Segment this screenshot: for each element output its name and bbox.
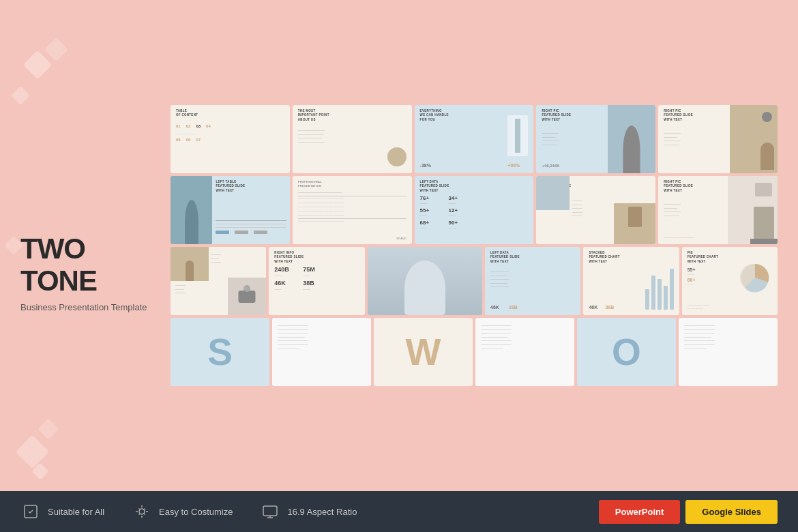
footer: Suitable for All Easy to Costumize 16 [0, 491, 798, 532]
product-subtitle: Business Presentation Template [20, 302, 157, 312]
slide-left-data[interactable]: LEFT DATAFEATURED SLIDEWITH TEXT 46K 38B… [485, 247, 580, 315]
footer-feature-aspect: 16.9 Aspect Ratio [260, 501, 357, 522]
slide-s[interactable]: S [171, 318, 269, 386]
slide-toc[interactable]: TABLEOF CONTENT 01020304 — — — — — — — —… [171, 105, 290, 173]
slide-left-table[interactable]: LEFT TABLEFEATURED SLIDEWITH TEXT [171, 176, 290, 244]
customize-icon [132, 501, 152, 522]
footer-buttons: PowerPoint Google Slides [599, 500, 778, 524]
slide-cup-camera[interactable]: ───────────────── ───────────────── [171, 247, 266, 315]
slide-text-3[interactable]: ────────────────── ────────────────── ──… [679, 318, 778, 386]
customize-label: Easy to Costumize [159, 507, 233, 517]
slide-important-point[interactable]: THE MOSTIMPORTANT POINTABOUT US ────────… [293, 105, 412, 173]
slides-row-3: ───────────────── ───────────────── RIGH… [171, 247, 778, 315]
google-slides-button[interactable]: Google Slides [685, 500, 778, 524]
footer-feature-customize: Easy to Costumize [132, 501, 233, 522]
slide-text-2[interactable]: ────────────────── ────────────────── ──… [475, 318, 574, 386]
aspect-ratio-label: 16.9 Aspect Ratio [287, 507, 357, 517]
slide-o[interactable]: O [577, 318, 676, 386]
slides-preview-grid: TABLEOF CONTENT 01020304 — — — — — — — —… [171, 105, 778, 386]
slide-right-pic-1[interactable]: RIGHT PICFEATURED SLIDEWITH TEXT ───────… [536, 105, 655, 173]
slide-right-pic-2[interactable]: RIGHT PICFEATURED SLIDEWITH TEXT ───────… [658, 105, 778, 173]
slides-row-4: S ────────────────── ────────────────── … [171, 318, 778, 386]
slide-table-data[interactable]: PROFESSIONALPRESENTATION ───────────────… [293, 176, 412, 244]
slide-text-1[interactable]: ────────────────── ────────────────── ──… [272, 318, 371, 386]
suitable-label: Suitable for All [48, 507, 104, 517]
slide-info-numbers[interactable]: RIGHT INFOFEATURED SLIDEWITH TEXT 240B 7… [269, 247, 364, 315]
slides-row-1: TABLEOF CONTENT 01020304 — — — — — — — —… [171, 105, 778, 173]
product-title: TWO TONE [20, 233, 157, 296]
slide-pie-chart[interactable]: PIEFEATURED CHARTWITH TEXT 55+ ───── 68+… [682, 247, 778, 315]
slide-both-side[interactable]: BOTH SIDEFEATURED SLIDEWITH TEXT ───────… [536, 176, 655, 244]
slide-person[interactable] [368, 247, 482, 315]
svg-rect-3 [263, 506, 277, 516]
slide-bar-chart[interactable]: STACKEDFEATURED CHARTWITH TEXT 46K 38B [583, 247, 679, 315]
suitable-icon [20, 501, 41, 522]
slide-w[interactable]: W [374, 318, 473, 386]
footer-features: Suitable for All Easy to Costumize 16 [20, 501, 599, 522]
slide-data-grid[interactable]: LEFT DATAFEATURED SLIDEWITH TEXT 76+ 34+… [415, 176, 534, 244]
powerpoint-button[interactable]: PowerPoint [599, 500, 681, 524]
main-content: TWO TONE Business Presentation Template … [0, 0, 798, 491]
monitor-icon [260, 501, 280, 522]
product-info: TWO TONE Business Presentation Template [20, 179, 157, 312]
slide-handle[interactable]: EVERYTHINGWE CAN HANDLEFOR YOU -38% +98% [415, 105, 534, 173]
footer-feature-suitable: Suitable for All [20, 501, 104, 522]
slide-right-pic-chair[interactable]: RIGHT PICFEATURED SLIDEWITH TEXT ───────… [658, 176, 778, 244]
slides-row-2: LEFT TABLEFEATURED SLIDEWITH TEXT PROFES… [171, 176, 778, 244]
